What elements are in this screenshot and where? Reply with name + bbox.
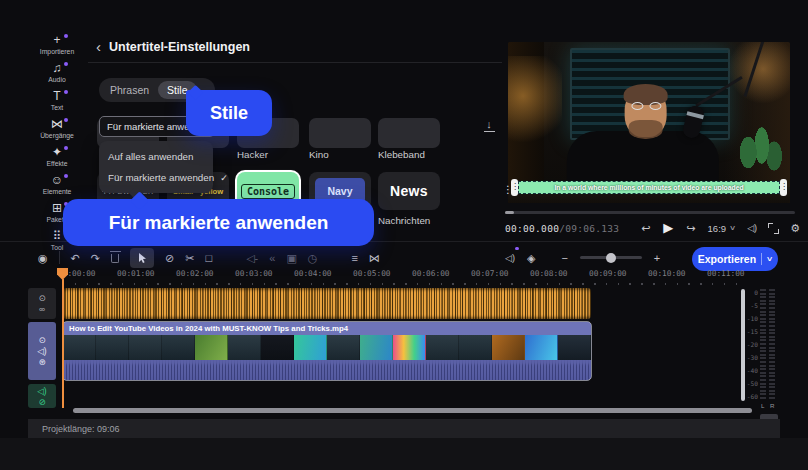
adjust-icon[interactable]: ≡ xyxy=(351,248,357,268)
back-icon[interactable]: ‹ xyxy=(96,40,101,54)
audio-icon: ♫ xyxy=(28,62,86,75)
fullscreen-icon[interactable] xyxy=(768,223,779,234)
notification-dot xyxy=(64,34,68,38)
apply-menu: Auf alles anwenden Für markierte anwende… xyxy=(99,141,213,193)
scene-plant xyxy=(732,114,786,184)
tab-phrasen[interactable]: Phrasen xyxy=(101,81,158,99)
mute-icon[interactable]: ◁) xyxy=(37,346,46,356)
mute-icon[interactable]: ◁) xyxy=(37,386,46,396)
notification-dot xyxy=(64,62,68,66)
meter-scale-label: -40 xyxy=(747,367,758,374)
preset-tile-row1-5[interactable] xyxy=(378,118,440,148)
preset-tile-news[interactable]: News xyxy=(378,172,440,210)
delete-icon[interactable] xyxy=(111,248,119,268)
chevron-down-icon: ∨ xyxy=(729,224,736,232)
zoom-out-icon[interactable]: − xyxy=(561,248,567,268)
meter-scale-label: -15 xyxy=(747,328,758,335)
sidebar-item-effects[interactable]: ✦Effekte xyxy=(28,146,86,173)
preview-controls: 00:00.000/09:06.133 ↩ ▶ ↪ 16:9 ∨ ◁) ⚙ xyxy=(505,217,800,239)
person-head xyxy=(625,87,667,137)
sidebar-item-text[interactable]: TText xyxy=(28,90,86,117)
undo-icon[interactable]: ↶ xyxy=(71,248,80,268)
panel-resize-handle[interactable]: ⋮ xyxy=(503,184,513,195)
ruler-label: 00:06:00 xyxy=(412,269,450,278)
preset-label-hacker: Hacker xyxy=(237,149,268,160)
video-thumbnail xyxy=(63,335,96,360)
meter-scale-label: -60 xyxy=(747,393,758,400)
crop-icon[interactable]: ▣ xyxy=(286,248,296,268)
unlink-icon[interactable]: ⊘ xyxy=(38,397,45,407)
divider xyxy=(88,62,502,63)
select-tool-icon[interactable] xyxy=(130,248,154,268)
audio-clip[interactable] xyxy=(63,288,591,319)
lock-icon[interactable]: ⊛ xyxy=(38,357,45,367)
visibility-icon[interactable]: ⊙ xyxy=(38,335,45,345)
settings-gear-icon[interactable]: ⚙ xyxy=(790,218,800,238)
horizontal-scrollbar[interactable] xyxy=(73,408,752,413)
ruler-label: 00:08:00 xyxy=(530,269,568,278)
vertical-scrollbar[interactable] xyxy=(741,289,745,401)
video-thumbnail xyxy=(492,335,525,360)
aspect-ratio-select[interactable]: 16:9 xyxy=(708,223,727,234)
snap-icon[interactable]: ⊘ xyxy=(165,248,174,268)
ruler-label: 00:11:00 xyxy=(707,269,745,278)
transitions-icon: ⋈ xyxy=(28,118,86,131)
chevron-down-icon[interactable]: ∨ xyxy=(766,255,774,263)
download-icon[interactable]: ↓ xyxy=(480,119,498,135)
meter-scale-label: 0 xyxy=(754,289,758,296)
video-thumbnail xyxy=(558,335,591,360)
play-button[interactable]: ▶ xyxy=(663,218,673,238)
sidebar-item-audio[interactable]: ♫Audio xyxy=(28,62,86,89)
timeline-ruler[interactable]: 00:00:0000:01:0000:02:0000:03:0000:04:00… xyxy=(58,269,748,281)
track-header-video: ⊙◁)⊛ xyxy=(28,322,56,380)
meter-bar-right xyxy=(769,289,775,401)
menu-item-apply-all[interactable]: Auf alles anwenden xyxy=(99,146,213,167)
next-frame-icon[interactable]: ↪ xyxy=(686,218,695,238)
speed-icon[interactable]: ◷ xyxy=(308,248,318,268)
zoom-slider[interactable] xyxy=(580,256,642,259)
ruler-label: 00:05:00 xyxy=(353,269,391,278)
layers-icon[interactable]: ◈ xyxy=(527,248,535,268)
timeline-toolbar: ◉↶↷⊘✂□◁-«▣◷≡⋈ xyxy=(38,246,380,269)
zoom-in-icon[interactable]: + xyxy=(654,248,660,268)
record-icon[interactable]: ◉ xyxy=(38,248,48,268)
prev-frame-icon[interactable]: ↩ xyxy=(641,218,650,238)
export-button[interactable]: Exportieren ∨ xyxy=(692,247,778,271)
notification-dot xyxy=(64,118,68,122)
meter-scale-label: -50 xyxy=(747,380,758,387)
video-preview[interactable] xyxy=(508,42,790,203)
caption-overlay[interactable]: In a world where millions of minutes of … xyxy=(518,181,780,194)
video-thumbnail xyxy=(261,335,294,360)
split-icon[interactable]: ✂ xyxy=(185,248,194,268)
video-clip[interactable]: How to Edit YouTube Videos in 2024 with … xyxy=(63,322,591,380)
cover-icon[interactable]: « xyxy=(269,248,275,268)
visibility-icon[interactable]: ⊙ xyxy=(38,293,45,303)
preset-tile-row1-4[interactable] xyxy=(309,118,371,148)
mute-track-icon[interactable]: ◁- xyxy=(246,248,258,268)
video-thumbnail xyxy=(162,335,195,360)
redo-icon[interactable]: ↷ xyxy=(91,248,100,268)
preview-progress-bar[interactable] xyxy=(505,211,795,214)
video-thumbnail xyxy=(426,335,459,360)
status-bar: Projektlänge: 09:06 xyxy=(28,419,780,438)
voiceover-icon[interactable]: ◁) xyxy=(505,248,515,268)
menu-item-apply-marked[interactable]: Für markierte anwenden ✓ xyxy=(99,167,213,188)
mask-icon[interactable]: □ xyxy=(205,248,212,268)
sidebar-item-elements[interactable]: ☺Elemente xyxy=(28,174,86,201)
meter-bar-left xyxy=(760,289,766,401)
preset-label-nachrichten: Nachrichten xyxy=(378,215,430,226)
ruler-label: 00:01:00 xyxy=(117,269,155,278)
footer-area xyxy=(0,438,808,470)
import-icon: + xyxy=(28,34,86,47)
ruler-label: 00:09:00 xyxy=(589,269,627,278)
project-length: Projektlänge: 09:06 xyxy=(42,424,120,434)
sidebar-item-import[interactable]: +Importieren xyxy=(28,34,86,61)
meter-scale-label: -5 xyxy=(751,302,758,309)
link-icon[interactable]: ∞ xyxy=(39,304,45,314)
transition-icon[interactable]: ⋈ xyxy=(369,248,380,268)
caption-handle-right[interactable]: ⋮ xyxy=(780,179,787,196)
volume-icon[interactable]: ◁) xyxy=(747,218,757,238)
video-thumbnail xyxy=(195,335,228,360)
zoom-slider-thumb[interactable] xyxy=(606,253,616,263)
sidebar-item-transitions[interactable]: ⋈Übergänge xyxy=(28,118,86,145)
